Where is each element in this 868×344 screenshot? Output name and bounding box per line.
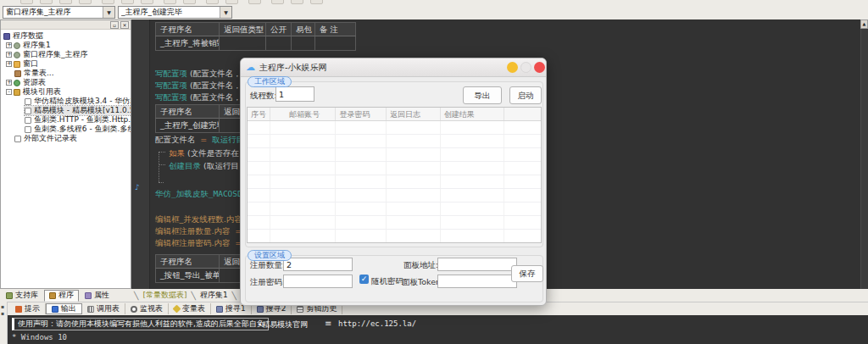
table-row[interactable] [248,162,541,175]
save-button[interactable]: 保存 [511,265,543,282]
minimize-button[interactable] [507,62,518,73]
toolbar-icon[interactable] [79,0,92,4]
panel-token-input[interactable] [437,275,517,288]
file-icon [14,136,21,142]
toolbar-icon[interactable] [206,0,219,4]
code-line: 写配置项 (配置文件名， [155,80,242,92]
project-tree-panel: ▫ ✕ 程序数据 +程序集1 +窗口程序集_主程序 +窗口 常量表... +资源… [0,19,131,289]
toolbar-icon[interactable] [225,0,238,4]
reg-password-input[interactable] [283,275,353,288]
subroutine-combobox[interactable]: _主程序_创建完毕 ▼ [118,6,232,19]
tree-item-jingyi-module[interactable]: 精易模块 - 精易模块[v11.0.5].ec [25,106,131,115]
toolbar-icon[interactable] [20,0,33,4]
table-row[interactable] [248,230,541,243]
tree-item-resource-table[interactable]: +资源表 [6,78,46,87]
tree-item-http-module[interactable]: 鱼刺类.HTTP - 鱼刺类.Http.ec [25,115,131,125]
tab-support-libs[interactable]: 支持库 [2,290,42,302]
work-area-badge: 工作区域 [248,76,292,87]
thread-count-input[interactable] [275,86,314,102]
module-combobox[interactable]: 窗口程序集_主程序 ▼ [3,6,115,19]
data-icon [3,33,10,40]
dialog-titlebar[interactable]: ☁ 主程序-小k娱乐网 [241,58,546,77]
toolbar-icon[interactable] [183,0,196,4]
pin-button[interactable]: ▫ [110,21,119,29]
panel-address-input[interactable] [437,258,517,271]
toolbar-icon[interactable] [271,0,284,4]
output-console[interactable]: 使用声明：请勿使用本模块编写有损他人利益的软件,造成的后果全部自负 •精易模块官… [8,315,868,344]
dock-icon[interactable]: ▪ [1,303,4,309]
site-link: •精易模块官网 [258,319,308,330]
tree-item-external-files[interactable]: 外部文件记录表 [14,134,77,143]
tab-properties[interactable]: 属性 [81,290,114,302]
toolbar-icon[interactable] [121,0,134,4]
expand-icon[interactable]: + [6,80,12,86]
filetab-assembly1[interactable]: 程序集1 [197,290,231,301]
toolbar-icon[interactable] [248,0,261,4]
tab-output[interactable]: 输出 [46,303,82,314]
tree-item-skin-module[interactable]: 华仿精绘皮肤模块3.4 - 华仿精绘皮肤模块 [25,97,131,106]
start-button[interactable]: 启动 [509,86,542,104]
tab-watch-table[interactable]: 监视表 [125,303,169,314]
code-block-guide [159,152,159,182]
maximize-button[interactable] [520,62,531,73]
expand-icon[interactable]: + [6,42,12,48]
tree-item-window[interactable]: +窗口 [6,59,38,69]
collapse-icon[interactable]: - [6,89,12,95]
hamburger-icon: ≡ [325,319,331,328]
close-icon[interactable]: ✕ [120,21,129,29]
tab-call-table[interactable]: 调用表 [82,303,125,314]
col-header: 子程序名 [155,22,220,36]
filetab-const-table[interactable]: [常量数据表] [139,290,190,301]
export-button[interactable]: 导出 [463,86,502,104]
tab-variables[interactable]: 变量表 [169,303,211,314]
tree-item-window-assembly[interactable]: +窗口程序集_主程序 [6,50,88,59]
toolbar-icon[interactable] [164,0,176,4]
dock-icon[interactable]: ▪ [1,310,4,316]
table-row[interactable] [248,203,541,216]
table-row[interactable] [248,216,541,230]
reg-count-input[interactable] [283,258,353,271]
tree-item-program-data[interactable]: 程序数据 [3,31,43,41]
dialog-title: 主程序-小k娱乐网 [259,62,326,74]
scroll-up-icon[interactable]: ▲ [860,19,868,29]
tab-tips[interactable]: 提示 [10,303,46,314]
table-row[interactable] [248,121,541,135]
close-button[interactable] [534,62,545,73]
col-password: 登录密码 [336,108,387,120]
proc-name-cell[interactable]: _主程序_将被销毁 [155,36,220,51]
code-line: 如果 (文件是否存在 ( [169,148,244,159]
col-extra [504,108,541,120]
code-line: 创建目录 (取运行目 [169,161,239,172]
tree-item-thread-module[interactable]: 鱼刺类.多线程6 - 鱼刺类.多线程6.ec [25,125,131,134]
toolbar-icon[interactable] [141,0,153,4]
proc-name-cell[interactable]: _主程序_创建完毕 [155,119,220,133]
proc-name-cell[interactable]: _按钮_导出_被单击 [155,269,220,283]
accounts-table[interactable]: 序号 邮箱账号 登录密码 返回日志 创建结果 [247,107,542,243]
table-row[interactable] [248,148,541,162]
table-row[interactable] [248,135,541,148]
tree-item-const-table[interactable]: 常量表... [14,69,54,78]
tree-panel-header: ▫ ✕ [1,20,131,30]
chevron-down-icon[interactable]: ▼ [220,7,231,18]
tab-program[interactable]: 程序 [44,290,79,302]
tree-item-module-refs[interactable]: -模块引用表 [6,87,61,97]
resource-icon [14,80,20,86]
toolbar-icon[interactable] [40,0,53,4]
toolbar-icon[interactable] [310,0,323,4]
col-header: 返回值类型 [220,22,266,36]
editor-scrollbar[interactable] [860,29,868,289]
reg-password-label: 注册密码: [250,277,285,288]
table-row[interactable] [248,189,541,203]
toolbar-icon[interactable] [59,0,72,4]
modules-icon [14,89,20,96]
chevron-down-icon[interactable]: ▼ [103,7,114,18]
tree-item-assembly1[interactable]: +程序集1 [6,41,51,50]
output-selected-line[interactable]: 使用声明：请勿使用本模块编写有损他人利益的软件,造成的后果全部自负 [12,318,269,330]
toolbar-icon[interactable] [291,0,303,4]
toolbar-icon[interactable] [102,0,114,4]
file-icon [25,117,31,124]
expand-icon[interactable]: + [6,61,12,67]
random-password-checkbox[interactable]: ✓ [359,275,369,284]
table-row[interactable] [248,175,541,189]
expand-icon[interactable]: + [6,52,12,58]
